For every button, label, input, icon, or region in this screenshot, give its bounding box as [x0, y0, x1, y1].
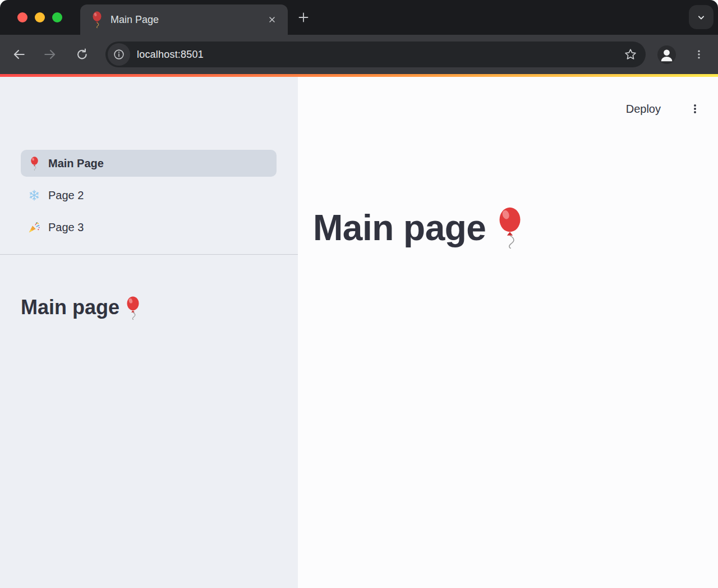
window-maximize-button[interactable] [52, 12, 62, 22]
sidebar-item-label: Main Page [48, 157, 104, 170]
tab-close-button[interactable] [264, 12, 280, 27]
bookmark-button[interactable] [621, 45, 640, 64]
new-tab-button[interactable] [293, 7, 314, 27]
balloon-icon [27, 157, 41, 171]
arrow-right-icon [43, 47, 57, 62]
close-icon [268, 15, 277, 24]
balloon-icon [125, 296, 141, 320]
avatar-icon [657, 45, 676, 64]
site-info-button[interactable] [108, 43, 130, 66]
page-title: Main page [313, 209, 524, 249]
browser-window: Main Page [0, 0, 718, 588]
reload-icon [75, 48, 89, 62]
tab-title: Main Page [111, 14, 264, 26]
snowflake-icon [27, 189, 41, 201]
window-minimize-button[interactable] [35, 12, 45, 22]
back-button[interactable] [9, 44, 29, 65]
app-header: Deploy [624, 100, 701, 117]
main-panel: Deploy Main page [298, 77, 718, 588]
sidebar-item-page-2[interactable]: Page 2 [21, 182, 277, 209]
sidebar-item-main-page[interactable]: Main Page [21, 150, 277, 177]
url-text[interactable]: localhost:8501 [137, 49, 204, 61]
tab-search-button[interactable] [689, 5, 714, 29]
star-icon [624, 48, 637, 61]
forward-button[interactable] [40, 44, 60, 65]
browser-menu-button[interactable] [692, 44, 706, 65]
balloon-icon [496, 209, 524, 249]
deploy-button[interactable]: Deploy [624, 102, 663, 117]
sidebar-item-page-3[interactable]: Page 3 [21, 214, 277, 241]
browser-tab[interactable]: Main Page [80, 4, 288, 35]
sidebar-item-label: Page 2 [48, 189, 84, 202]
plus-icon [297, 11, 310, 24]
sidebar-item-label: Page 3 [48, 221, 84, 234]
tab-strip: Main Page [0, 0, 718, 35]
reload-button[interactable] [72, 44, 92, 65]
kebab-menu-icon [689, 102, 701, 116]
window-close-button[interactable] [17, 12, 27, 22]
kebab-menu-icon [693, 47, 705, 62]
app-menu-button[interactable] [689, 100, 701, 117]
party-popper-icon [27, 221, 41, 233]
window-controls [17, 12, 62, 22]
sidebar-divider [0, 254, 298, 255]
sidebar-heading-text: Main page [21, 296, 119, 319]
profile-button[interactable] [657, 45, 676, 64]
chevron-down-icon [696, 12, 707, 23]
browser-toolbar: localhost:8501 [0, 35, 718, 74]
sidebar-heading: Main page [21, 296, 298, 320]
arrow-left-icon [12, 47, 26, 62]
address-bar[interactable]: localhost:8501 [105, 42, 646, 67]
page-title-text: Main page [313, 209, 486, 247]
sidebar-nav: Main Page Page 2 [0, 77, 298, 241]
app-content: Main Page Page 2 [0, 77, 718, 588]
info-icon [113, 48, 125, 61]
sidebar: Main Page Page 2 [0, 77, 298, 588]
balloon-icon [91, 11, 103, 28]
